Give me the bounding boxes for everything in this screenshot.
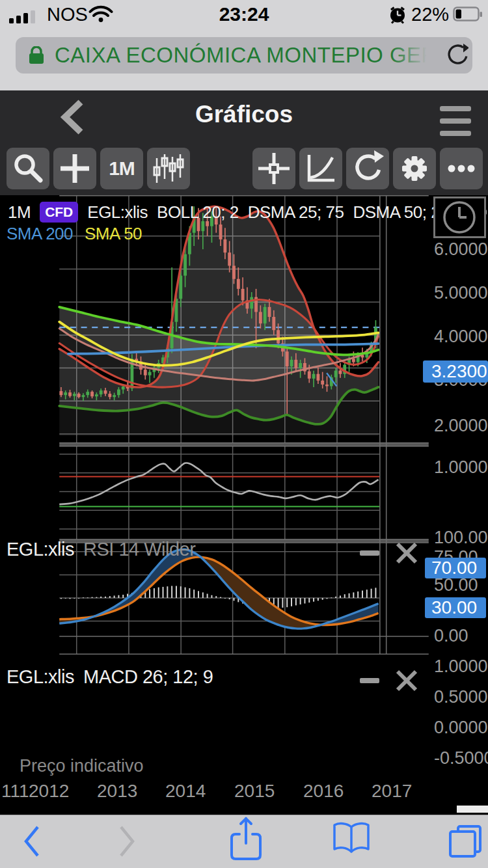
candle-body (59, 391, 62, 395)
cfd-badge: CFD (40, 202, 78, 223)
reload-button[interactable] (444, 43, 468, 68)
menu-button[interactable] (440, 106, 471, 143)
macd-histogram-bar (189, 588, 190, 598)
macd-minimize-button[interactable] (360, 678, 379, 683)
iphone-screen: NOS 23:24 22% CAIXA ECONÓMICA MONTEPIO G… (0, 0, 488, 868)
rsi-y-label: 100.00 (434, 528, 488, 548)
macd-histogram-bar (304, 598, 305, 604)
macd-histogram-bar (96, 597, 97, 598)
x-axis-year: 111 (1, 781, 29, 802)
macd-histogram-bar (362, 591, 363, 598)
carrier-label: NOS (47, 4, 88, 25)
macd-histogram-bar (335, 597, 336, 598)
main-legend-row1: 1M CFD EGL:xlis BOLL 20; 2 DSMA 25; 75 D… (8, 202, 487, 223)
candle-body (95, 394, 98, 396)
last-price-tag: 3.2300 (423, 360, 488, 383)
macd-histogram-bar (100, 597, 102, 598)
macd-histogram-bar (313, 598, 314, 602)
price-chart-canvas[interactable] (0, 195, 488, 802)
tabs-icon[interactable] (450, 826, 480, 856)
candle-body (73, 394, 76, 396)
main-legend-row2: SMA 200 SMA 50 (7, 224, 142, 244)
macd-histogram-bar (308, 598, 310, 603)
browser-back-icon[interactable] (26, 827, 38, 856)
candle-body (321, 381, 324, 385)
refresh-button[interactable] (346, 148, 389, 189)
candle-body (339, 371, 342, 374)
wifi-icon (88, 5, 113, 23)
macd-histogram-bar (220, 597, 221, 598)
macd-histogram-bar (375, 588, 376, 598)
macd-histogram-bar (282, 598, 283, 608)
scroll-indicator (457, 806, 488, 813)
browser-forward-icon[interactable] (121, 827, 133, 856)
macd-histogram-bar (87, 597, 88, 598)
candle-body (77, 394, 81, 397)
macd-histogram-bar (92, 597, 93, 598)
y-axis-label: 1.0000 (434, 457, 488, 478)
candlestick-icon (148, 148, 189, 189)
clock-icon (435, 198, 484, 236)
macd-histogram-bar (211, 595, 212, 598)
macd-histogram-bar (357, 591, 359, 598)
candle-body (144, 370, 147, 375)
more-button[interactable] (440, 148, 483, 189)
candle-body (117, 390, 120, 396)
candle-body (312, 374, 316, 379)
legend-dsma-25-75: DSMA 25; 75 (248, 202, 344, 223)
legend-symbol: EGL:xlis (87, 202, 148, 223)
lock-icon (29, 46, 44, 64)
page-title: Gráficos (0, 101, 488, 128)
time-settings-button[interactable] (433, 197, 486, 238)
bookmarks-icon[interactable] (334, 824, 368, 852)
x-axis-year: 2017 (372, 781, 412, 802)
settings-button[interactable] (393, 148, 436, 189)
address-bar[interactable]: CAIXA ECONÓMICA MONTEPIO GERAL (16, 37, 472, 74)
macd-histogram-bar (202, 592, 204, 598)
macd-close-icon[interactable] (395, 669, 418, 692)
macd-histogram-bar (327, 598, 328, 599)
candle-body (250, 297, 253, 309)
search-button[interactable] (7, 148, 49, 189)
y-axis-label: 2.0000 (434, 416, 488, 436)
add-button[interactable] (53, 148, 96, 189)
macd-histogram-bar (278, 598, 279, 608)
macd-histogram-bar (193, 590, 195, 598)
share-icon[interactable] (232, 819, 260, 859)
macd-histogram-bar (114, 595, 115, 598)
rsi-close-icon[interactable] (395, 541, 418, 565)
macd-histogram-bar (118, 595, 119, 598)
candle-body (223, 239, 226, 252)
interval-button[interactable]: 1M (100, 148, 143, 189)
crosshair-button[interactable] (252, 148, 295, 189)
chart-type-button[interactable] (147, 148, 190, 189)
macd-header: EGL:xlis MACD 26; 12; 9 (7, 666, 213, 688)
y-axis-label: 5.0000 (434, 283, 488, 303)
macd-histogram-bar (318, 598, 319, 601)
candle-body (122, 387, 125, 390)
candle-body (232, 265, 236, 278)
macd-histogram-bar (149, 589, 150, 598)
candle-body (179, 276, 182, 299)
rsi-minimize-button[interactable] (360, 550, 379, 556)
legend-sma200: SMA 200 (7, 224, 73, 244)
x-axis-year: 2012 (29, 781, 69, 802)
macd-histogram-bar (371, 589, 372, 598)
macd-histogram-bar (78, 598, 79, 599)
macd-histogram-bar (291, 598, 292, 606)
curve-axes-icon (300, 148, 342, 189)
browser-toolbar-icons (0, 815, 488, 868)
candle-body (228, 252, 231, 265)
legend-interval: 1M (8, 202, 31, 223)
macd-histogram-bar (61, 598, 62, 599)
candle-body (316, 374, 319, 381)
scale-curve-button[interactable] (299, 148, 342, 189)
x-axis-year: 2013 (97, 781, 137, 802)
legend-sma50: SMA 50 (85, 224, 142, 244)
rsi-overbought-tag: 70.00 (425, 558, 486, 578)
alarm-icon (388, 5, 407, 25)
macd-histogram-bar (344, 594, 346, 598)
macd-histogram-bar (353, 592, 354, 598)
status-time: 23:24 (195, 3, 293, 25)
macd-histogram-bar (286, 598, 288, 607)
